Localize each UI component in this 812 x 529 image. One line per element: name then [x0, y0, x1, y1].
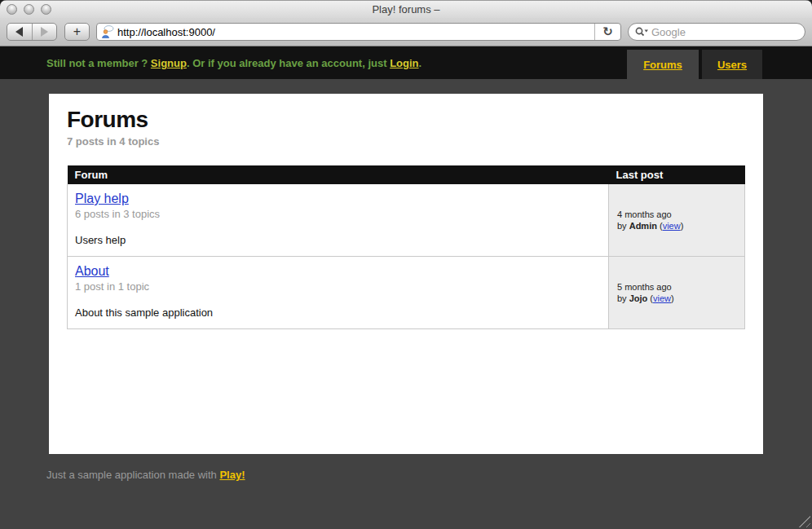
- search-dropdown-arrow-icon: [645, 30, 649, 33]
- paren-close: ): [681, 221, 684, 231]
- login-link[interactable]: Login: [390, 57, 418, 69]
- column-header-forum: Forum: [68, 165, 609, 184]
- last-post-time: 4 months ago: [617, 209, 672, 219]
- paren-open: (: [657, 221, 663, 231]
- forum-cell: About 1 post in 1 topic About this sampl…: [68, 257, 609, 329]
- site-favicon-icon: [101, 25, 114, 38]
- last-post-author: Admin: [629, 221, 657, 231]
- last-post-cell: 5 months ago by Jojo (view): [609, 257, 745, 329]
- view-post-link[interactable]: view: [653, 293, 671, 303]
- forum-cell: Play help 6 posts in 3 topics Users help: [68, 184, 609, 257]
- forward-button[interactable]: [32, 24, 57, 40]
- message-prefix: Still not a member ?: [46, 57, 151, 69]
- search-field[interactable]: [628, 23, 805, 41]
- magnifier-icon: [635, 27, 649, 37]
- app-header: Still not a member ? Signup. Or if you a…: [0, 46, 812, 79]
- last-post-cell: 4 months ago by Admin (view): [609, 184, 745, 257]
- forums-table: Forum Last post Play help 6 posts in 3 t…: [67, 165, 745, 329]
- new-tab-button[interactable]: +: [64, 23, 90, 41]
- tab-users[interactable]: Users: [702, 50, 762, 79]
- last-post-author: Jojo: [629, 293, 648, 303]
- browser-toolbar: + ↻: [0, 18, 812, 46]
- view-post-link[interactable]: view: [663, 221, 681, 231]
- column-header-last-post: Last post: [609, 165, 745, 184]
- content-panel: Forums 7 posts in 4 topics Forum Last po…: [49, 94, 763, 454]
- by-prefix: by: [617, 293, 629, 303]
- window-title: Play! forums –: [0, 3, 812, 15]
- window-resize-grip[interactable]: [798, 515, 810, 527]
- forum-description: Users help: [75, 234, 601, 246]
- tab-forums[interactable]: Forums: [627, 50, 699, 79]
- play-framework-link[interactable]: Play!: [219, 469, 245, 481]
- forum-link-play-help[interactable]: Play help: [75, 192, 129, 206]
- address-bar[interactable]: ↻: [96, 23, 621, 41]
- url-input[interactable]: [117, 24, 594, 40]
- history-buttons: [7, 23, 57, 41]
- message-mid: . Or if you already have an account, jus…: [187, 57, 390, 69]
- forum-stats: 6 posts in 3 topics: [75, 208, 601, 220]
- page-body: Forums 7 posts in 4 topics Forum Last po…: [0, 79, 812, 529]
- last-post-time: 5 months ago: [617, 282, 672, 292]
- nav-tabs: Forums Users: [627, 50, 762, 79]
- search-input[interactable]: [651, 26, 798, 38]
- window-titlebar: Play! forums –: [0, 0, 812, 18]
- forward-arrow-icon: [41, 27, 48, 37]
- footer-text: Just a sample application made with: [46, 469, 219, 481]
- signup-link[interactable]: Signup: [151, 57, 187, 69]
- table-row: Play help 6 posts in 3 topics Users help…: [68, 184, 745, 257]
- membership-message: Still not a member ? Signup. Or if you a…: [46, 57, 421, 69]
- forum-link-about[interactable]: About: [75, 264, 109, 279]
- browser-window: Play! forums – + ↻: [0, 0, 812, 529]
- reload-button[interactable]: ↻: [594, 24, 620, 40]
- page-title: Forums: [67, 107, 745, 133]
- by-prefix: by: [617, 221, 629, 231]
- table-header-row: Forum Last post: [68, 165, 745, 184]
- forum-stats: 1 post in 1 topic: [75, 280, 601, 293]
- app-footer: Just a sample application made with Play…: [46, 469, 245, 481]
- table-row: About 1 post in 1 topic About this sampl…: [68, 257, 745, 329]
- paren-close: ): [671, 293, 674, 303]
- forum-description: About this sample application: [75, 306, 601, 319]
- back-button[interactable]: [7, 24, 32, 40]
- message-suffix: .: [419, 57, 422, 69]
- page-subtitle: 7 posts in 4 topics: [67, 135, 745, 148]
- back-arrow-icon: [15, 27, 23, 37]
